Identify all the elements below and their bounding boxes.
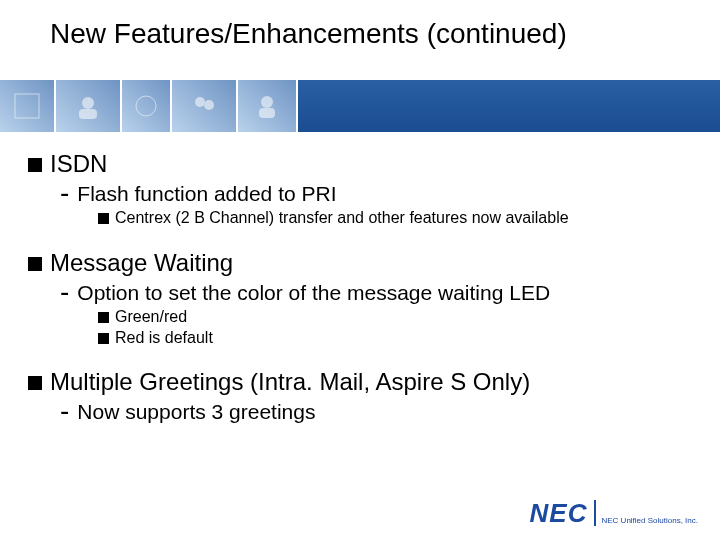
bullet-level1: Multiple Greetings (Intra. Mail, Aspire … xyxy=(28,368,696,396)
bullet-level1: ISDN xyxy=(28,150,696,178)
banner-photo xyxy=(172,80,238,132)
bullet-text: Green/red xyxy=(115,307,187,328)
bullet-level3: Centrex (2 B Channel) transfer and other… xyxy=(98,208,696,229)
banner-photo xyxy=(56,80,122,132)
bullet-level1: Message Waiting xyxy=(28,249,696,277)
logo-tagline: NEC Unified Solutions, Inc. xyxy=(602,517,699,526)
svg-point-6 xyxy=(261,96,273,108)
banner-fill xyxy=(298,80,720,132)
svg-point-5 xyxy=(204,100,214,110)
bullet-level2: -Now supports 3 greetings xyxy=(60,400,696,424)
slide-title: New Features/Enhancements (continued) xyxy=(50,18,567,50)
svg-point-3 xyxy=(136,96,156,116)
bullet-level2: -Flash function added to PRI xyxy=(60,182,696,206)
slide-body: ISDN -Flash function added to PRI Centre… xyxy=(28,150,696,426)
svg-rect-2 xyxy=(79,109,97,119)
svg-point-4 xyxy=(195,97,205,107)
header-image-strip xyxy=(0,80,720,132)
bullet-text: Centrex (2 B Channel) transfer and other… xyxy=(115,208,569,229)
svg-rect-0 xyxy=(15,94,39,118)
bullet-text: Now supports 3 greetings xyxy=(77,400,315,424)
bullet-text: Flash function added to PRI xyxy=(77,182,336,206)
bullet-text: Red is default xyxy=(115,328,213,349)
svg-point-1 xyxy=(82,97,94,109)
dash-bullet-icon: - xyxy=(60,400,69,421)
dash-bullet-icon: - xyxy=(60,281,69,302)
dash-bullet-icon: - xyxy=(60,182,69,203)
bullet-text: Multiple Greetings (Intra. Mail, Aspire … xyxy=(50,368,530,396)
square-bullet-icon xyxy=(28,257,42,271)
banner-photo xyxy=(238,80,298,132)
square-bullet-icon xyxy=(28,158,42,172)
bullet-level3: Green/red xyxy=(98,307,696,328)
square-bullet-icon xyxy=(28,376,42,390)
square-bullet-icon xyxy=(98,213,109,224)
bullet-level3: Red is default xyxy=(98,328,696,349)
logo-mark: NEC xyxy=(530,500,596,526)
banner-photo xyxy=(0,80,56,132)
bullet-text: ISDN xyxy=(50,150,107,178)
bullet-level2: -Option to set the color of the message … xyxy=(60,281,696,305)
bullet-text: Option to set the color of the message w… xyxy=(77,281,550,305)
footer-logo: NEC NEC Unified Solutions, Inc. xyxy=(530,500,698,526)
square-bullet-icon xyxy=(98,312,109,323)
bullet-text: Message Waiting xyxy=(50,249,233,277)
svg-rect-7 xyxy=(259,108,275,118)
banner-photo xyxy=(122,80,172,132)
square-bullet-icon xyxy=(98,333,109,344)
